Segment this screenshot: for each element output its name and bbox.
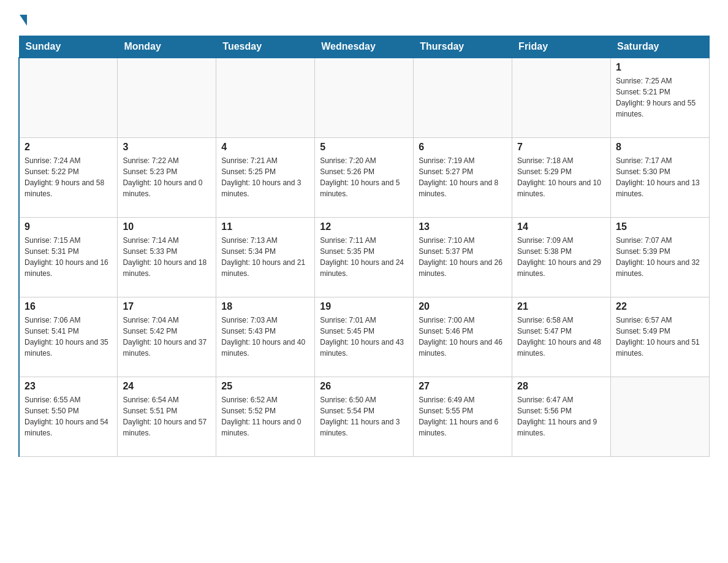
day-num-26: 26 bbox=[320, 381, 408, 392]
cell-w0-d6: 1Sunrise: 7:25 AM Sunset: 5:21 PM Daylig… bbox=[611, 58, 710, 137]
cell-w2-d0: 9Sunrise: 7:15 AM Sunset: 5:31 PM Daylig… bbox=[19, 217, 118, 297]
day-num-14: 14 bbox=[517, 221, 605, 232]
week-row-1: 2Sunrise: 7:24 AM Sunset: 5:22 PM Daylig… bbox=[19, 137, 710, 217]
cell-w2-d6: 15Sunrise: 7:07 AM Sunset: 5:39 PM Dayli… bbox=[611, 217, 710, 297]
cell-w4-d4: 27Sunrise: 6:49 AM Sunset: 5:55 PM Dayli… bbox=[414, 377, 512, 456]
day-num-5: 5 bbox=[320, 142, 408, 153]
calendar-header: Sunday Monday Tuesday Wednesday Thursday… bbox=[19, 36, 710, 58]
calendar-body: 1Sunrise: 7:25 AM Sunset: 5:21 PM Daylig… bbox=[19, 58, 710, 456]
cell-w0-d2 bbox=[216, 58, 315, 137]
day-num-12: 12 bbox=[320, 221, 408, 232]
week-row-2: 9Sunrise: 7:15 AM Sunset: 5:31 PM Daylig… bbox=[19, 217, 710, 297]
day-num-3: 3 bbox=[123, 142, 211, 153]
day-info-4: Sunrise: 7:21 AM Sunset: 5:25 PM Dayligh… bbox=[221, 155, 309, 199]
day-info-23: Sunrise: 6:55 AM Sunset: 5:50 PM Dayligh… bbox=[25, 394, 112, 439]
cell-w4-d0: 23Sunrise: 6:55 AM Sunset: 5:50 PM Dayli… bbox=[19, 377, 118, 456]
cell-w2-d1: 10Sunrise: 7:14 AM Sunset: 5:33 PM Dayli… bbox=[118, 217, 216, 297]
days-of-week-row: Sunday Monday Tuesday Wednesday Thursday… bbox=[19, 36, 710, 58]
day-info-20: Sunrise: 7:00 AM Sunset: 5:46 PM Dayligh… bbox=[419, 315, 507, 359]
day-info-6: Sunrise: 7:19 AM Sunset: 5:27 PM Dayligh… bbox=[419, 155, 507, 199]
cell-w1-d0: 2Sunrise: 7:24 AM Sunset: 5:22 PM Daylig… bbox=[19, 137, 118, 217]
day-info-27: Sunrise: 6:49 AM Sunset: 5:55 PM Dayligh… bbox=[419, 394, 507, 439]
calendar-table: Sunday Monday Tuesday Wednesday Thursday… bbox=[18, 36, 710, 457]
cell-w0-d4 bbox=[414, 58, 512, 137]
cell-w1-d3: 5Sunrise: 7:20 AM Sunset: 5:26 PM Daylig… bbox=[315, 137, 414, 217]
cell-w1-d6: 8Sunrise: 7:17 AM Sunset: 5:30 PM Daylig… bbox=[611, 137, 710, 217]
page-header bbox=[18, 12, 710, 26]
day-info-25: Sunrise: 6:52 AM Sunset: 5:52 PM Dayligh… bbox=[221, 394, 309, 439]
week-row-0: 1Sunrise: 7:25 AM Sunset: 5:21 PM Daylig… bbox=[19, 58, 710, 137]
day-info-19: Sunrise: 7:01 AM Sunset: 5:45 PM Dayligh… bbox=[320, 315, 408, 359]
cell-w1-d5: 7Sunrise: 7:18 AM Sunset: 5:29 PM Daylig… bbox=[512, 137, 611, 217]
week-row-4: 23Sunrise: 6:55 AM Sunset: 5:50 PM Dayli… bbox=[19, 377, 710, 456]
day-num-9: 9 bbox=[25, 221, 112, 232]
day-num-20: 20 bbox=[419, 301, 507, 312]
day-info-17: Sunrise: 7:04 AM Sunset: 5:42 PM Dayligh… bbox=[123, 315, 211, 359]
cell-w2-d4: 13Sunrise: 7:10 AM Sunset: 5:37 PM Dayli… bbox=[414, 217, 512, 297]
col-sunday: Sunday bbox=[19, 36, 118, 58]
day-num-27: 27 bbox=[419, 381, 507, 392]
day-info-8: Sunrise: 7:17 AM Sunset: 5:30 PM Dayligh… bbox=[616, 155, 704, 199]
day-num-24: 24 bbox=[123, 381, 211, 392]
cell-w4-d1: 24Sunrise: 6:54 AM Sunset: 5:51 PM Dayli… bbox=[118, 377, 216, 456]
cell-w3-d3: 19Sunrise: 7:01 AM Sunset: 5:45 PM Dayli… bbox=[315, 297, 414, 377]
week-row-3: 16Sunrise: 7:06 AM Sunset: 5:41 PM Dayli… bbox=[19, 297, 710, 377]
day-num-16: 16 bbox=[25, 301, 112, 312]
day-info-3: Sunrise: 7:22 AM Sunset: 5:23 PM Dayligh… bbox=[123, 155, 211, 199]
col-thursday: Thursday bbox=[414, 36, 512, 58]
cell-w1-d1: 3Sunrise: 7:22 AM Sunset: 5:23 PM Daylig… bbox=[118, 137, 216, 217]
day-info-14: Sunrise: 7:09 AM Sunset: 5:38 PM Dayligh… bbox=[517, 235, 605, 279]
day-info-11: Sunrise: 7:13 AM Sunset: 5:34 PM Dayligh… bbox=[221, 235, 309, 279]
logo-arrow-icon bbox=[20, 15, 27, 26]
day-info-28: Sunrise: 6:47 AM Sunset: 5:56 PM Dayligh… bbox=[517, 394, 605, 439]
cell-w3-d6: 22Sunrise: 6:57 AM Sunset: 5:49 PM Dayli… bbox=[611, 297, 710, 377]
day-info-15: Sunrise: 7:07 AM Sunset: 5:39 PM Dayligh… bbox=[616, 235, 704, 279]
day-info-22: Sunrise: 6:57 AM Sunset: 5:49 PM Dayligh… bbox=[616, 315, 704, 359]
cell-w3-d0: 16Sunrise: 7:06 AM Sunset: 5:41 PM Dayli… bbox=[19, 297, 118, 377]
cell-w3-d1: 17Sunrise: 7:04 AM Sunset: 5:42 PM Dayli… bbox=[118, 297, 216, 377]
day-num-6: 6 bbox=[419, 142, 507, 153]
day-num-19: 19 bbox=[320, 301, 408, 312]
day-num-11: 11 bbox=[221, 221, 309, 232]
day-num-1: 1 bbox=[616, 62, 704, 73]
day-info-5: Sunrise: 7:20 AM Sunset: 5:26 PM Dayligh… bbox=[320, 155, 408, 199]
cell-w0-d0 bbox=[19, 58, 118, 137]
cell-w2-d3: 12Sunrise: 7:11 AM Sunset: 5:35 PM Dayli… bbox=[315, 217, 414, 297]
cell-w1-d4: 6Sunrise: 7:19 AM Sunset: 5:27 PM Daylig… bbox=[414, 137, 512, 217]
day-num-8: 8 bbox=[616, 142, 704, 153]
day-info-13: Sunrise: 7:10 AM Sunset: 5:37 PM Dayligh… bbox=[419, 235, 507, 279]
col-monday: Monday bbox=[118, 36, 216, 58]
col-friday: Friday bbox=[512, 36, 611, 58]
day-info-7: Sunrise: 7:18 AM Sunset: 5:29 PM Dayligh… bbox=[517, 155, 605, 199]
day-num-21: 21 bbox=[517, 301, 605, 312]
col-tuesday: Tuesday bbox=[216, 36, 315, 58]
cell-w0-d3 bbox=[315, 58, 414, 137]
cell-w1-d2: 4Sunrise: 7:21 AM Sunset: 5:25 PM Daylig… bbox=[216, 137, 315, 217]
day-num-7: 7 bbox=[517, 142, 605, 153]
day-num-13: 13 bbox=[419, 221, 507, 232]
day-num-15: 15 bbox=[616, 221, 704, 232]
day-num-17: 17 bbox=[123, 301, 211, 312]
day-num-10: 10 bbox=[123, 221, 211, 232]
cell-w4-d6 bbox=[611, 377, 710, 456]
day-num-2: 2 bbox=[25, 142, 112, 153]
cell-w4-d3: 26Sunrise: 6:50 AM Sunset: 5:54 PM Dayli… bbox=[315, 377, 414, 456]
day-num-18: 18 bbox=[221, 301, 309, 312]
cell-w0-d5 bbox=[512, 58, 611, 137]
day-info-26: Sunrise: 6:50 AM Sunset: 5:54 PM Dayligh… bbox=[320, 394, 408, 439]
col-saturday: Saturday bbox=[611, 36, 710, 58]
day-info-21: Sunrise: 6:58 AM Sunset: 5:47 PM Dayligh… bbox=[517, 315, 605, 359]
day-info-2: Sunrise: 7:24 AM Sunset: 5:22 PM Dayligh… bbox=[25, 155, 112, 199]
day-info-16: Sunrise: 7:06 AM Sunset: 5:41 PM Dayligh… bbox=[25, 315, 112, 359]
day-num-25: 25 bbox=[221, 381, 309, 392]
day-info-1: Sunrise: 7:25 AM Sunset: 5:21 PM Dayligh… bbox=[616, 75, 704, 120]
cell-w2-d5: 14Sunrise: 7:09 AM Sunset: 5:38 PM Dayli… bbox=[512, 217, 611, 297]
day-num-23: 23 bbox=[25, 381, 112, 392]
day-num-4: 4 bbox=[221, 142, 309, 153]
day-info-10: Sunrise: 7:14 AM Sunset: 5:33 PM Dayligh… bbox=[123, 235, 211, 279]
day-info-9: Sunrise: 7:15 AM Sunset: 5:31 PM Dayligh… bbox=[25, 235, 112, 279]
day-info-24: Sunrise: 6:54 AM Sunset: 5:51 PM Dayligh… bbox=[123, 394, 211, 439]
day-info-12: Sunrise: 7:11 AM Sunset: 5:35 PM Dayligh… bbox=[320, 235, 408, 279]
day-num-22: 22 bbox=[616, 301, 704, 312]
cell-w3-d5: 21Sunrise: 6:58 AM Sunset: 5:47 PM Dayli… bbox=[512, 297, 611, 377]
